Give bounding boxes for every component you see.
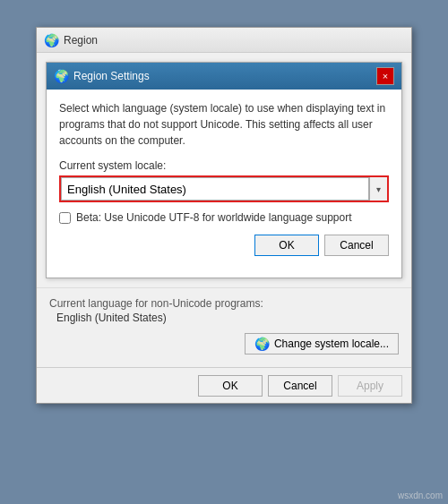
dialog-cancel-button[interactable]: Cancel <box>324 235 389 256</box>
inner-region-settings-dialog: 🌍 Region Settings × Select which languag… <box>46 62 402 278</box>
language-label: Current language for non-Unicode program… <box>49 297 399 310</box>
dialog-ok-button[interactable]: OK <box>254 235 319 256</box>
outer-ok-button[interactable]: OK <box>198 375 263 397</box>
beta-checkbox-row: Beta: Use Unicode UTF-8 for worldwide la… <box>59 211 389 224</box>
dialog-button-row: OK Cancel <box>59 235 389 256</box>
globe-icon: 🌍 <box>254 337 270 351</box>
beta-checkbox-label: Beta: Use Unicode UTF-8 for worldwide la… <box>76 211 352 224</box>
dialog-title: Region Settings <box>73 70 376 82</box>
locale-dropdown-container: English (United States) ▾ <box>59 175 389 202</box>
outer-bottom-bar: OK Cancel Apply <box>37 367 411 403</box>
description-text: Select which language (system locale) to… <box>59 100 389 149</box>
outer-titlebar: 🌍 Region <box>37 28 411 53</box>
bottom-panel: Current language for non-Unicode program… <box>37 287 411 367</box>
region-icon: 🌍 <box>44 33 58 47</box>
inner-titlebar: 🌍 Region Settings × <box>47 63 401 90</box>
dialog-body: Select which language (system locale) to… <box>47 90 401 278</box>
outer-content: 🌍 Region Settings × Select which languag… <box>37 62 411 367</box>
settings-globe-icon: 🌍 <box>54 69 68 83</box>
watermark-text: wsxdn.com <box>398 491 443 500</box>
outer-title: Region <box>64 34 404 47</box>
close-button[interactable]: × <box>376 67 394 85</box>
language-value: English (United States) <box>56 312 399 324</box>
locale-field-label: Current system locale: <box>59 159 389 172</box>
outer-cancel-button[interactable]: Cancel <box>268 375 332 397</box>
outer-apply-button[interactable]: Apply <box>338 375 402 397</box>
outer-region-window: 🌍 Region 🌍 Region Settings × Select whic… <box>36 27 412 404</box>
change-locale-button[interactable]: 🌍 Change system locale... <box>245 333 399 355</box>
locale-dropdown[interactable]: English (United States) <box>61 177 369 201</box>
beta-utf8-checkbox[interactable] <box>59 212 71 224</box>
change-locale-label: Change system locale... <box>274 337 389 350</box>
dropdown-arrow-icon[interactable]: ▾ <box>369 177 387 201</box>
